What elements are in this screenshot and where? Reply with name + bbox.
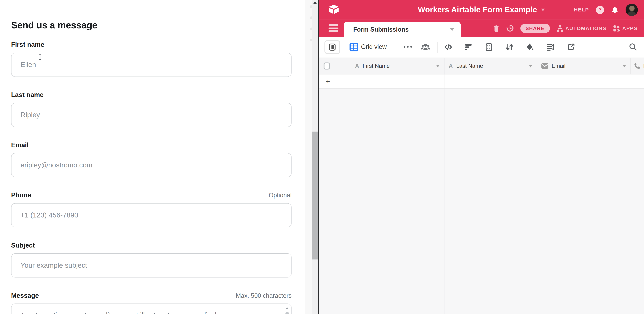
share-view-icon[interactable] <box>567 43 575 51</box>
add-record-row[interactable]: + <box>319 75 644 89</box>
scrollbar-thumb[interactable] <box>312 132 318 259</box>
group-icon[interactable] <box>485 43 493 51</box>
message-scrollbar[interactable] <box>285 306 289 314</box>
chevron-down-icon[interactable] <box>623 65 626 67</box>
automations-icon <box>556 25 563 32</box>
apps-icon <box>613 25 620 32</box>
message-scrollbar-thumb[interactable] <box>286 311 289 314</box>
field-last-name: Last name <box>11 91 292 127</box>
grid-header-row: A First Name A Last Name Email <box>319 58 644 75</box>
airtable-pane: Workers Airtable Form Example HELP ? For… <box>319 0 644 314</box>
scroll-up-arrow-icon[interactable] <box>286 307 289 309</box>
airtable-tabbar: Form Submissions <box>319 19 644 37</box>
automations-label: AUTOMATIONS <box>565 25 606 31</box>
first-name-label: First name <box>11 41 44 49</box>
row-height-icon[interactable] <box>547 43 554 51</box>
phone-label: Phone <box>11 192 31 199</box>
hide-fields-code-icon[interactable] <box>444 43 452 51</box>
last-name-label: Last name <box>11 91 44 99</box>
field-message: Message Max. 500 characters Tenetur opti… <box>11 292 292 314</box>
toolbar-divider <box>437 42 438 53</box>
field-email: Email <box>11 141 292 177</box>
color-icon[interactable] <box>526 43 534 51</box>
tables-menu-icon[interactable] <box>329 24 338 32</box>
search-icon[interactable] <box>629 43 637 51</box>
chevron-down-icon[interactable] <box>450 28 454 31</box>
view-name[interactable]: Grid view <box>361 43 387 50</box>
last-name-input[interactable] <box>11 103 292 127</box>
chevron-down-icon[interactable] <box>541 8 545 11</box>
message-label: Message <box>11 292 39 299</box>
chevron-down-icon[interactable] <box>529 65 532 67</box>
email-field-icon <box>541 63 548 69</box>
airtable-topbar: Workers Airtable Form Example HELP ? <box>319 0 644 19</box>
screen: Send us a message First name Last name E… <box>0 0 644 314</box>
contact-form-pane: Send us a message First name Last name E… <box>0 0 305 314</box>
subject-label: Subject <box>11 242 35 249</box>
sidebar-panel-icon <box>329 44 336 51</box>
text-field-icon: A <box>355 63 359 70</box>
collaborators-icon[interactable] <box>421 43 430 51</box>
phone-field-icon <box>634 63 640 69</box>
field-subject: Subject <box>11 242 292 277</box>
field-phone: Phone Optional <box>11 192 292 227</box>
sort-icon[interactable] <box>506 43 514 51</box>
column-header-email[interactable]: Email <box>537 58 630 74</box>
message-maxlength-note: Max. 500 characters <box>236 292 292 299</box>
view-options-ellipsis-icon[interactable] <box>404 46 412 48</box>
column-name: Email <box>552 63 565 69</box>
column-header-phone[interactable]: Phone <box>630 58 644 74</box>
column-name: Last Name <box>456 63 483 69</box>
chevron-down-icon[interactable] <box>436 65 440 67</box>
column-header-first-name[interactable]: A First Name <box>319 58 444 74</box>
scrollbar-up-arrow-icon[interactable] <box>313 1 316 4</box>
grid-body-empty <box>319 89 644 314</box>
base-title[interactable]: Workers Airtable Form Example <box>418 5 537 14</box>
phone-optional-note: Optional <box>268 192 292 199</box>
view-sidebar-toggle-button[interactable] <box>324 40 340 54</box>
apps-button[interactable]: APPS <box>613 25 637 32</box>
column-name: First Name <box>362 63 390 69</box>
column-name: Phone <box>643 63 644 69</box>
page-gutter <box>305 0 312 314</box>
text-field-icon: A <box>448 63 453 70</box>
add-record-plus-icon[interactable]: + <box>326 77 330 86</box>
help-circle-icon[interactable]: ? <box>596 6 604 14</box>
email-label: Email <box>11 141 29 149</box>
filter-icon[interactable] <box>465 43 472 51</box>
message-textarea[interactable]: Tenetur optio quaerat expedita vero et i… <box>11 303 292 314</box>
history-icon[interactable] <box>506 24 514 32</box>
table-tab-form-submissions[interactable]: Form Submissions <box>344 22 461 37</box>
frozen-column-divider <box>444 58 444 314</box>
table-tab-label: Form Submissions <box>353 26 409 33</box>
browser-scrollbar[interactable] <box>312 0 318 314</box>
user-avatar[interactable] <box>626 4 638 16</box>
apps-label: APPS <box>622 25 638 31</box>
first-name-input[interactable] <box>11 53 292 77</box>
email-input[interactable] <box>11 153 292 177</box>
trash-icon[interactable] <box>493 25 499 32</box>
help-button[interactable]: HELP <box>574 7 589 13</box>
automations-button[interactable]: AUTOMATIONS <box>556 25 606 32</box>
phone-input[interactable] <box>11 203 292 227</box>
form-title: Send us a message <box>11 20 98 31</box>
column-header-last-name[interactable]: A Last Name <box>444 58 537 74</box>
text-cursor-icon <box>38 54 42 60</box>
notifications-bell-icon[interactable] <box>611 6 618 13</box>
subject-input[interactable] <box>11 253 292 278</box>
grid-view-icon <box>350 43 358 52</box>
field-first-name: First name <box>11 41 292 77</box>
view-toolbar: Grid view <box>319 37 644 58</box>
share-button[interactable]: SHARE <box>520 24 550 33</box>
